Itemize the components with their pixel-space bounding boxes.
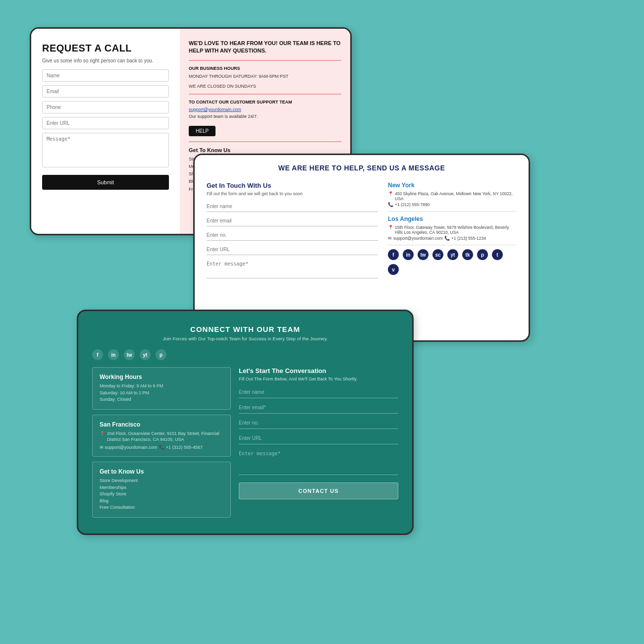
teal-contact-button[interactable]: CONTACT US	[239, 483, 398, 499]
white-city1-address: 📍 450 Skyline Plaza, Oak Avenue, Midtown…	[388, 191, 517, 201]
pink-name-input[interactable]	[42, 69, 169, 82]
teal-know-link3: Shopify Store	[100, 491, 223, 498]
teal-social-row: f in tw yt p	[92, 349, 398, 360]
social-tumblr[interactable]: t	[492, 249, 503, 260]
card-pink-title: REQUEST A CALL	[42, 43, 169, 54]
pink-support-title: TO CONTACT OUR CUSTOMER SUPPORT TEAM	[189, 100, 341, 105]
teal-location-icon: 📍	[100, 430, 105, 437]
white-city2-title: Los Angeles	[388, 215, 517, 222]
teal-url-input[interactable]	[239, 432, 398, 444]
pink-help-button[interactable]: HELP	[189, 126, 215, 136]
teal-social-facebook[interactable]: f	[92, 349, 103, 360]
teal-hours-line3: Sunday: Closed	[100, 396, 223, 403]
teal-sf-title: San Francisco	[100, 421, 223, 428]
teal-sf-contact: ✉ support@yourdomain.com 📞 +1 (312) 555-…	[100, 444, 223, 451]
social-youtube[interactable]: yt	[447, 249, 458, 260]
pink-phone-input[interactable]	[42, 101, 169, 113]
card-teal-header: CONNECT WITH OUR TEAM Join Forces with O…	[92, 325, 398, 341]
social-snapchat[interactable]: sc	[432, 249, 443, 260]
teal-sf-address: 📍 2nd Floor, Oceanview Center, 9101 Bay …	[100, 430, 223, 443]
pink-divider2	[189, 94, 341, 95]
pink-get-to-know-title: Get To Know Us	[189, 147, 341, 153]
teal-hours-title: Working Hours	[100, 374, 223, 380]
white-email-input[interactable]	[207, 215, 378, 226]
pink-hours-line2: WE ARE CLOSED ON SUNDAYS	[189, 83, 341, 90]
teal-know-link2: Memberships	[100, 484, 223, 491]
social-instagram[interactable]: in	[403, 249, 414, 260]
pink-divider3	[189, 141, 341, 142]
card-pink-left: REQUEST A CALL Give us some info so righ…	[31, 29, 180, 234]
teal-name-input[interactable]	[239, 386, 398, 398]
white-city1-title: New York	[388, 182, 517, 189]
teal-header-subtitle: Join Forces with Our Top-notch Team for …	[92, 336, 398, 341]
white-message-input[interactable]	[207, 259, 378, 278]
pink-hours-line1: MONDAY THROUGH SATURDAY: 9AM-5PM PST	[189, 73, 341, 80]
white-url-input[interactable]	[207, 244, 378, 255]
teal-message-input[interactable]	[239, 448, 398, 475]
social-facebook[interactable]: f	[388, 249, 399, 260]
social-row: f in tw sc yt tk p t v	[388, 249, 517, 275]
teal-form-title: Let's Start The Conversation	[239, 367, 398, 375]
location-icon: 📍	[388, 191, 393, 196]
card-white-header: WE ARE HERE TO HELP, SEND US A MESSAGE	[195, 155, 529, 177]
white-name-input[interactable]	[207, 201, 378, 212]
teal-know-link1: Store Development	[100, 478, 223, 484]
pink-submit-button[interactable]: Submit	[42, 175, 169, 190]
white-city2-address: 📍 15th Floor, Gateway Tower, 5678 Wilshi…	[388, 225, 517, 235]
teal-social-instagram[interactable]: in	[108, 349, 119, 360]
social-twitter[interactable]: tw	[418, 249, 429, 260]
location-icon-la: 📍	[388, 225, 393, 230]
pink-message-input[interactable]	[42, 133, 169, 167]
pink-headline: WE'D LOVE TO HEAR FROM YOU! OUR TEAM IS …	[189, 40, 341, 55]
phone-icon-la: 📞	[444, 236, 450, 241]
social-pinterest[interactable]: p	[477, 249, 488, 260]
pink-availability: Our support team is available 24/7.	[189, 113, 341, 120]
card-white-form-title: Get In Touch With Us	[207, 182, 378, 189]
teal-sf-box: San Francisco 📍 2nd Floor, Oceanview Cen…	[92, 415, 231, 457]
teal-know-link4: Blog	[100, 498, 223, 505]
card-teal: CONNECT WITH OUR TEAM Join Forces with O…	[77, 310, 414, 535]
card-white-form-sub: Fill out the form and we will get back t…	[207, 191, 378, 196]
teal-phone-input[interactable]	[239, 417, 398, 429]
social-vimeo[interactable]: v	[388, 264, 399, 275]
teal-know-link5: Free Consultation	[100, 504, 223, 511]
teal-social-twitter[interactable]: tw	[124, 349, 135, 360]
teal-know-box: Get to Know Us Store Development Members…	[92, 462, 231, 518]
teal-email-input[interactable]	[239, 402, 398, 414]
social-tiktok[interactable]: tk	[462, 249, 473, 260]
pink-hours-title: OUR BUSINESS HOURS	[189, 66, 341, 71]
pink-support-email[interactable]: support@yourdomain.com	[189, 107, 341, 112]
card-white-headline: WE ARE HERE TO HELP, SEND US A MESSAGE	[207, 164, 517, 172]
pink-email-input[interactable]	[42, 85, 169, 98]
teal-social-pinterest[interactable]: p	[156, 349, 166, 360]
white-divider	[388, 211, 517, 212]
white-divider2	[388, 245, 517, 245]
teal-hours-box: Working Hours Monday to Friday: 9 AM to …	[92, 367, 231, 410]
teal-form-sub: Fill Out The Form Below, And We'll Get B…	[239, 376, 398, 381]
teal-hours-line2: Saturday: 10 AM to 2 PM	[100, 390, 223, 397]
teal-know-title: Get to Know Us	[100, 468, 223, 475]
white-city1-phone: 📞 +1 (212) 555-7890	[388, 202, 517, 207]
pink-url-input[interactable]	[42, 117, 169, 129]
phone-icon: 📞	[388, 202, 393, 207]
teal-header-title: CONNECT WITH OUR TEAM	[92, 325, 398, 333]
teal-hours-line1: Monday to Friday: 9 AM to 6 PM	[100, 383, 223, 390]
card-teal-body: Working Hours Monday to Friday: 9 AM to …	[92, 367, 398, 523]
pink-divider	[189, 60, 341, 61]
teal-social-youtube[interactable]: yt	[140, 349, 151, 360]
card-pink-subtitle: Give us some info so right person can ba…	[42, 58, 169, 63]
card-teal-left: Working Hours Monday to Friday: 9 AM to …	[92, 367, 231, 523]
white-phone-input[interactable]	[207, 230, 378, 241]
white-city2-email: ✉ support@yourdomain.com 📞 +1 (213) 555-…	[388, 236, 517, 241]
card-teal-right: Let's Start The Conversation Fill Out Th…	[239, 367, 398, 523]
